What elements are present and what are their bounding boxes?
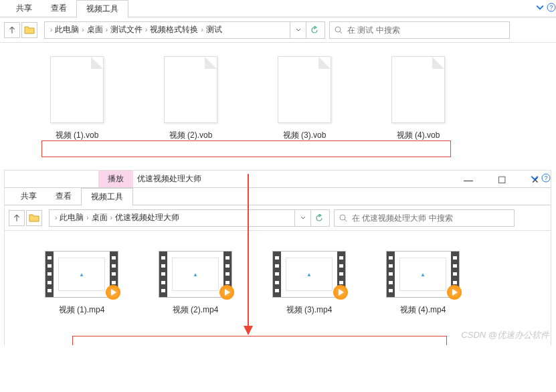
ribbon-expand-button[interactable]: ?: [531, 173, 551, 183]
svg-text:?: ?: [544, 175, 547, 181]
ribbon-expand-button[interactable]: ?: [536, 3, 556, 12]
file-name-label: 视频 (4).mp4: [400, 304, 446, 316]
file-item[interactable]: ▲ 视频 (4).mp4: [379, 251, 466, 316]
file-name-label: 视频 (2).mp4: [173, 304, 219, 316]
file-item[interactable]: ▲ 视频 (3).mp4: [266, 251, 353, 316]
help-icon[interactable]: ?: [547, 3, 556, 12]
breadcrumb-item[interactable]: ›测试文件: [103, 24, 143, 35]
tab-play[interactable]: 播放: [98, 171, 133, 187]
play-icon: [333, 285, 348, 300]
breadcrumb-item[interactable]: ›测试: [198, 24, 221, 35]
search-input[interactable]: [347, 25, 505, 35]
file-icon: [278, 56, 331, 123]
tab-share[interactable]: 共享: [11, 188, 46, 205]
file-item[interactable]: 视频 (3).vob: [261, 56, 348, 141]
watermark-text: CSDN @优速办公软件: [461, 329, 549, 341]
search-input[interactable]: [352, 213, 510, 223]
breadcrumb-label: 桌面: [92, 212, 108, 223]
svg-text:?: ?: [549, 4, 553, 11]
file-name-label: 视频 (4).vob: [397, 130, 440, 141]
svg-point-2: [335, 27, 341, 32]
file-name-label: 视频 (2).vob: [169, 130, 213, 141]
file-icon: [50, 56, 104, 123]
file-item[interactable]: 视频 (1).vob: [33, 56, 120, 141]
help-icon[interactable]: ?: [541, 173, 551, 183]
up-arrow-icon: [13, 214, 21, 222]
explorer-window-source: 共享 查看 视频工具 ? ›此电脑 ›桌面 ›测试文件 ›视频格式转换 ›测试: [0, 0, 556, 163]
chevron-down-icon: [300, 215, 306, 221]
tab-share[interactable]: 共享: [7, 0, 41, 17]
file-item[interactable]: ▲ 视频 (1).mp4: [38, 251, 125, 316]
play-icon: [447, 285, 462, 300]
up-arrow-icon: [8, 26, 16, 34]
chevron-down-icon: [531, 174, 539, 182]
explorer-window-target: 播放 优速视频处理大师 — ☐ ✕ 共享 查看 视频工具 ? ›此电脑 ›桌面: [4, 170, 551, 345]
breadcrumb-bar[interactable]: ›此电脑 ›桌面 ›优速视频处理大师: [49, 209, 330, 227]
folder-icon: [24, 25, 35, 35]
nav-up-button[interactable]: [9, 210, 25, 226]
annotation-arrow: [248, 174, 249, 334]
breadcrumb-item[interactable]: ›优速视频处理大师: [108, 212, 179, 223]
ribbon-tabs: 共享 查看 视频工具 ?: [5, 188, 551, 205]
refresh-icon: [315, 214, 323, 222]
breadcrumb-label: 测试: [206, 24, 222, 35]
breadcrumb-label: 测试文件: [110, 24, 143, 35]
video-thumbnail: ▲: [45, 251, 118, 298]
file-icon: [391, 56, 445, 123]
search-box[interactable]: [334, 209, 515, 227]
folder-icon-button[interactable]: [26, 210, 42, 226]
tab-view[interactable]: 查看: [41, 0, 76, 17]
refresh-icon: [310, 26, 318, 34]
breadcrumb-label: 优速视频处理大师: [115, 212, 179, 223]
file-item[interactable]: ▲ 视频 (2).mp4: [152, 251, 239, 316]
refresh-button[interactable]: [306, 22, 322, 38]
video-thumbnail: ▲: [272, 251, 346, 298]
file-list-area[interactable]: 视频 (1).vob 视频 (2).vob 视频 (3).vob 视频 (4).…: [0, 43, 556, 163]
file-item[interactable]: 视频 (2).vob: [147, 56, 234, 141]
breadcrumb-item[interactable]: ›桌面: [79, 24, 102, 35]
chevron-down-icon: [295, 27, 302, 33]
breadcrumb-item[interactable]: ›视频格式转换: [143, 24, 198, 35]
search-icon: [334, 25, 343, 35]
title-tabs-row: 播放 优速视频处理大师 — ☐ ✕: [5, 171, 551, 188]
address-dropdown-button[interactable]: [294, 210, 310, 226]
address-toolbar: ›此电脑 ›桌面 ›优速视频处理大师: [5, 205, 551, 231]
breadcrumb-item[interactable]: ›此电脑: [52, 212, 84, 223]
file-icon: [164, 56, 217, 123]
window-title: 优速视频处理大师: [133, 171, 211, 187]
video-thumbnail: ▲: [159, 251, 232, 298]
play-icon: [219, 285, 234, 300]
breadcrumb-item[interactable]: ›此电脑: [48, 24, 79, 35]
maximize-button[interactable]: ☐: [492, 173, 512, 187]
play-icon: [106, 285, 120, 300]
nav-up-button[interactable]: [4, 22, 20, 38]
breadcrumb-bar[interactable]: ›此电脑 ›桌面 ›测试文件 ›视频格式转换 ›测试: [44, 21, 325, 39]
breadcrumb-label: 此电脑: [60, 212, 84, 223]
chevron-down-icon: [536, 3, 544, 11]
tab-video-tools[interactable]: 视频工具: [76, 0, 128, 18]
minimize-button[interactable]: —: [458, 173, 478, 187]
tab-view[interactable]: 查看: [46, 188, 81, 205]
breadcrumb-label: 此电脑: [55, 24, 79, 35]
refresh-button[interactable]: [310, 210, 327, 226]
maximize-icon: ☐: [498, 175, 506, 185]
folder-icon: [29, 213, 39, 223]
folder-icon-button[interactable]: [21, 22, 37, 38]
file-name-label: 视频 (3).mp4: [286, 304, 333, 316]
address-toolbar: ›此电脑 ›桌面 ›测试文件 ›视频格式转换 ›测试: [0, 17, 556, 43]
breadcrumb-item[interactable]: ›桌面: [84, 212, 107, 223]
svg-point-5: [340, 215, 345, 220]
file-name-label: 视频 (1).vob: [56, 130, 99, 141]
tab-video-tools[interactable]: 视频工具: [81, 188, 133, 206]
address-dropdown-button[interactable]: [290, 22, 306, 38]
file-name-label: 视频 (3).vob: [283, 130, 327, 141]
breadcrumb-label: 视频格式转换: [150, 24, 198, 35]
file-name-label: 视频 (1).mp4: [59, 304, 105, 316]
search-box[interactable]: [329, 21, 510, 39]
file-item[interactable]: 视频 (4).vob: [375, 56, 462, 141]
file-list-area[interactable]: ▲ 视频 (1).mp4 ▲ 视频 (2).mp4 ▲: [5, 231, 551, 345]
ribbon-tabs: 共享 查看 视频工具 ?: [0, 0, 556, 17]
minimize-icon: —: [464, 175, 473, 185]
breadcrumb-label: 桌面: [87, 24, 103, 35]
search-icon: [339, 213, 348, 223]
